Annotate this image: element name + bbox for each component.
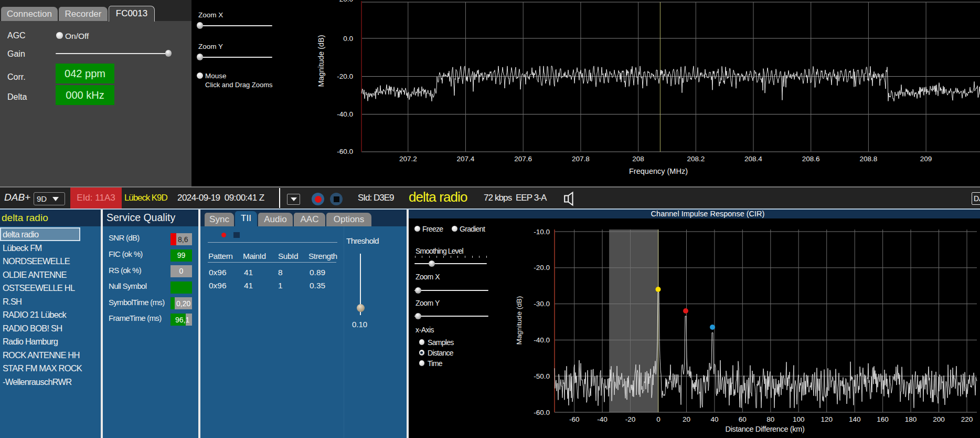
svg-text:220: 220: [961, 415, 973, 423]
svg-text:-50.0: -50.0: [534, 372, 550, 380]
svg-text:0: 0: [656, 415, 661, 423]
svg-text:40: 40: [710, 415, 718, 423]
svg-text:80: 80: [766, 415, 774, 423]
svg-text:-10.0: -10.0: [534, 228, 550, 236]
svg-text:-20: -20: [625, 415, 636, 423]
svg-text:Distance Difference (km): Distance Difference (km): [726, 425, 805, 433]
svg-text:-20.0: -20.0: [534, 264, 550, 272]
svg-text:-30.0: -30.0: [534, 300, 550, 308]
svg-text:-60: -60: [569, 415, 580, 423]
svg-text:-40: -40: [597, 415, 608, 423]
svg-text:160: 160: [877, 415, 889, 423]
svg-text:Magnitude (dB): Magnitude (dB): [515, 296, 523, 345]
svg-text:-60.0: -60.0: [534, 409, 550, 416]
svg-text:-40.0: -40.0: [534, 336, 550, 344]
svg-text:60: 60: [739, 415, 747, 423]
svg-text:180: 180: [905, 415, 917, 423]
svg-text:200: 200: [933, 415, 945, 423]
svg-text:140: 140: [849, 415, 861, 423]
svg-text:120: 120: [821, 415, 833, 423]
svg-text:20: 20: [683, 415, 690, 423]
svg-text:100: 100: [793, 415, 805, 423]
